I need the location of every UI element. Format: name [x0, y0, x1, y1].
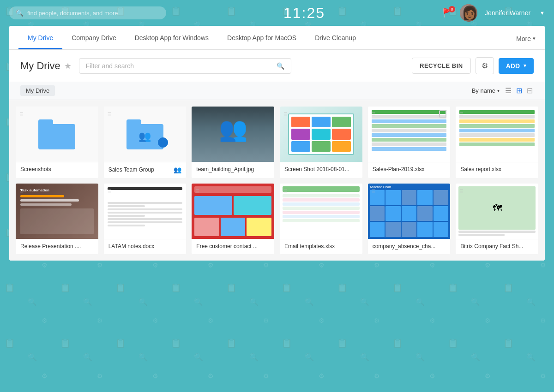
notifications-icon[interactable]: 🚩0 — [442, 8, 452, 18]
tab-desktop-macos[interactable]: Desktop App for MacOS — [218, 26, 306, 49]
pres-title: Task automation — [20, 188, 94, 192]
list-view-icon[interactable]: ☰ — [504, 85, 512, 96]
search-icon: 🔍 — [16, 9, 24, 17]
tab-drive-cleanup[interactable]: Drive Cleanup — [306, 26, 365, 49]
abs-cell — [402, 190, 417, 205]
email-header — [283, 186, 360, 192]
screen-tile-5 — [312, 129, 331, 139]
topbar-search-input[interactable] — [27, 10, 160, 17]
tab-my-drive[interactable]: My Drive — [18, 26, 62, 49]
file-card-sales-report[interactable]: ≡ Sales report.xlsx — [456, 107, 538, 178]
user-menu-chevron-icon[interactable]: ▼ — [540, 10, 545, 16]
screen-tile-2 — [312, 117, 331, 127]
file-menu-icon[interactable]: ≡ — [195, 187, 199, 195]
file-menu-icon[interactable]: ≡ — [108, 110, 111, 118]
tab-company-drive[interactable]: Company Drive — [62, 26, 125, 49]
view-icons: ☰ ⊞ ⊟ — [504, 85, 534, 96]
doc-line — [108, 208, 183, 210]
file-name: Sales report.xlsx — [460, 166, 534, 172]
presentation-thumbnail: Task automation — [16, 184, 98, 239]
filter-search-input[interactable] — [86, 62, 272, 70]
file-card-team-building[interactable]: ≡ team_building_April.jpg — [192, 107, 274, 178]
sort-by-button[interactable]: By name ▾ — [472, 87, 500, 94]
add-label: ADD — [506, 62, 520, 70]
file-thumbnail: 🗺 — [456, 184, 538, 239]
abs-cell — [370, 222, 385, 237]
email-row — [283, 198, 360, 202]
large-grid-view-icon[interactable]: ⊟ — [526, 85, 534, 96]
email-row — [283, 215, 360, 218]
topbar: 🔍 11:25 🚩0 Jennifer Warner ▼ — [0, 0, 554, 26]
doc-thumbnail — [104, 184, 187, 239]
add-button[interactable]: ADD ▾ — [499, 58, 534, 74]
file-menu-icon[interactable]: ≡ — [19, 110, 23, 118]
file-thumbnail: Absence Chart — [368, 184, 451, 239]
file-name-bar: Sales report.xlsx — [456, 162, 538, 177]
email-row — [283, 202, 360, 206]
sort-chevron-icon: ▾ — [497, 88, 500, 93]
file-menu-icon[interactable]: ≡ — [108, 187, 111, 195]
abs-cell — [434, 206, 449, 221]
file-card-bitrix[interactable]: ≡ 🗺 Bitrix Company Fact Sh... — [456, 184, 538, 254]
file-card-latam[interactable]: ≡ LATAM notes.docx — [104, 184, 187, 254]
breadcrumb[interactable]: My Drive — [20, 85, 55, 96]
avatar[interactable] — [460, 4, 477, 22]
dash-cell — [194, 218, 219, 237]
file-name-bar: Sales-Plan-2019.xlsx — [368, 162, 451, 177]
file-name-bar: LATAM notes.docx — [104, 239, 187, 254]
drive-title-wrap: My Drive ★ — [20, 60, 72, 72]
email-row — [283, 207, 360, 210]
recycle-bin-button[interactable]: RECYCLE BIN — [412, 58, 471, 74]
dash-cell — [247, 218, 271, 237]
file-card-sales-plan[interactable]: ≡ Sales — [368, 107, 451, 178]
file-name: Sales-Plan-2019.xlsx — [373, 166, 446, 172]
file-name: Screen Shot 2018-08-01... — [284, 166, 358, 172]
file-menu-icon[interactable]: ≡ — [372, 110, 375, 118]
file-name-bar: Release Presentation .... — [16, 239, 98, 254]
topbar-right-section: 🚩0 Jennifer Warner ▼ — [442, 4, 545, 22]
excel-row — [459, 133, 535, 137]
email-row — [283, 194, 360, 197]
filter-search-icon: 🔍 — [277, 62, 284, 70]
email-row — [283, 219, 360, 222]
sort-view-controls: By name ▾ ☰ ⊞ ⊟ — [472, 85, 534, 96]
excel-row — [372, 138, 447, 142]
file-menu-icon[interactable]: ≡ — [283, 187, 287, 195]
screen-tile-7 — [291, 141, 310, 152]
shared-users-icon: 👥 — [174, 166, 181, 173]
file-menu-icon[interactable]: ≡ — [372, 187, 375, 195]
file-card-screenshot[interactable]: ≡ Screen Shot — [280, 107, 362, 178]
abs-cell — [417, 190, 433, 205]
absence-thumbnail: Absence Chart — [368, 184, 451, 239]
settings-button[interactable]: ⚙ — [476, 57, 494, 74]
abs-cell — [385, 206, 401, 221]
favorite-star-icon[interactable]: ★ — [64, 61, 72, 71]
file-menu-icon[interactable]: ≡ — [19, 187, 23, 195]
file-card-sales-team[interactable]: ≡ 👥 👤 Sales Team Group 👥 — [104, 107, 187, 178]
abs-cell — [402, 206, 417, 221]
filter-search-box[interactable]: 🔍 — [79, 58, 291, 74]
excel-row — [459, 124, 535, 128]
grid-view-icon[interactable]: ⊞ — [515, 85, 523, 96]
file-card-free-customer[interactable]: ≡ Free customer contact ... — [192, 184, 274, 254]
file-name: Email templates.xlsx — [284, 243, 358, 249]
file-card-company-absence[interactable]: ≡ Absence Chart — [368, 184, 451, 254]
file-thumbnail: Task automation — [16, 184, 98, 239]
file-menu-icon[interactable]: ≡ — [459, 110, 463, 118]
tab-more-button[interactable]: More ▾ — [516, 27, 536, 49]
file-card-release-pres[interactable]: ≡ Task automation Release Presentation .… — [16, 184, 98, 254]
file-name: LATAM notes.docx — [108, 243, 182, 249]
abs-cell — [385, 222, 401, 237]
file-checkbox[interactable] — [439, 110, 446, 118]
doc-line — [108, 202, 183, 204]
file-card-email-templates[interactable]: ≡ Email templates.xlsx — [280, 184, 362, 254]
file-name: team_building_April.jpg — [196, 166, 270, 172]
excel-rows — [459, 110, 535, 147]
file-menu-icon[interactable]: ≡ — [459, 187, 463, 195]
file-menu-icon[interactable]: ≡ — [283, 110, 287, 118]
tab-desktop-windows[interactable]: Desktop App for Windows — [126, 26, 218, 49]
excel-row — [459, 143, 535, 146]
file-card-screenshots[interactable]: ≡ Screenshots — [16, 107, 98, 178]
topbar-search-box[interactable]: 🔍 — [9, 6, 166, 19]
bitrix-map: 🗺 — [458, 186, 536, 230]
